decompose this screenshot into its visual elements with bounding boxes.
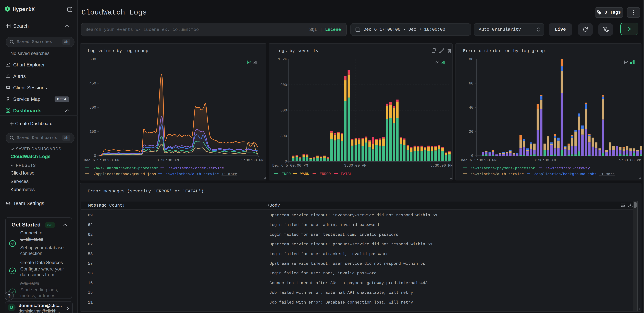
svg-text:150: 150	[89, 130, 96, 134]
svg-text:60: 60	[469, 81, 473, 86]
svg-text:Dec 6 5:00:00 PM: Dec 6 5:00:00 PM	[272, 163, 308, 168]
svg-text:Dec 6 5:00:00 PM: Dec 6 5:00:00 PM	[461, 158, 496, 162]
svg-text:0: 0	[285, 159, 287, 164]
svg-text:300: 300	[280, 134, 287, 138]
svg-text:Dec 6 5:00:00 PM: Dec 6 5:00:00 PM	[84, 158, 120, 162]
svg-text:INFO: INFO	[282, 172, 291, 176]
svg-text:FATAL: FATAL	[341, 172, 352, 176]
svg-text:Error distribution by log grou: Error distribution by log group	[463, 48, 545, 53]
svg-text:1.2K: 1.2K	[278, 57, 287, 62]
svg-text:20: 20	[469, 130, 473, 134]
svg-text:+1 more: +1 more	[222, 172, 237, 176]
svg-text:450: 450	[89, 81, 96, 86]
svg-text:5:30:00 PM: 5:30:00 PM	[241, 158, 264, 162]
svg-text:+1 more: +1 more	[599, 172, 614, 176]
svg-text:0: 0	[94, 154, 96, 158]
svg-text:/application/background-jobs: /application/background-jobs	[94, 172, 156, 176]
svg-text:ERROR: ERROR	[320, 172, 331, 176]
svg-text:0: 0	[471, 154, 473, 158]
svg-text:/application/background-jobs: /application/background-jobs	[534, 172, 596, 176]
svg-text:3:30:00 AM: 3:30:00 AM	[156, 158, 179, 162]
svg-text:Log volume by log group: Log volume by log group	[88, 48, 148, 53]
svg-text:900: 900	[280, 83, 287, 87]
svg-text:/aws/lambda/order-service: /aws/lambda/order-service	[168, 166, 224, 170]
svg-text:/aws/lambda/payment-processor: /aws/lambda/payment-processor	[470, 166, 535, 170]
svg-text:Logs by severity: Logs by severity	[276, 48, 318, 53]
svg-text:300: 300	[89, 106, 96, 110]
svg-text:/aws/lambda/auth-service: /aws/lambda/auth-service	[166, 172, 219, 176]
svg-text:WARN: WARN	[300, 172, 309, 176]
svg-text:5:30:00 PM: 5:30:00 PM	[619, 158, 641, 162]
svg-text:40: 40	[469, 106, 473, 110]
svg-text:/aws/lambda/payment-processor: /aws/lambda/payment-processor	[94, 166, 158, 170]
svg-text:600: 600	[280, 108, 287, 113]
svg-text:/aws/lambda/auth-service: /aws/lambda/auth-service	[470, 172, 524, 176]
svg-text:5:30:00 PM: 5:30:00 PM	[430, 163, 452, 168]
svg-text:3:30:00 AM: 3:30:00 AM	[344, 163, 366, 168]
svg-text:600: 600	[89, 57, 96, 62]
svg-text:/aws/ecs/api-gateway: /aws/ecs/api-gateway	[545, 166, 590, 170]
svg-text:3:30:00 AM: 3:30:00 AM	[534, 158, 556, 162]
svg-text:80: 80	[469, 57, 473, 62]
